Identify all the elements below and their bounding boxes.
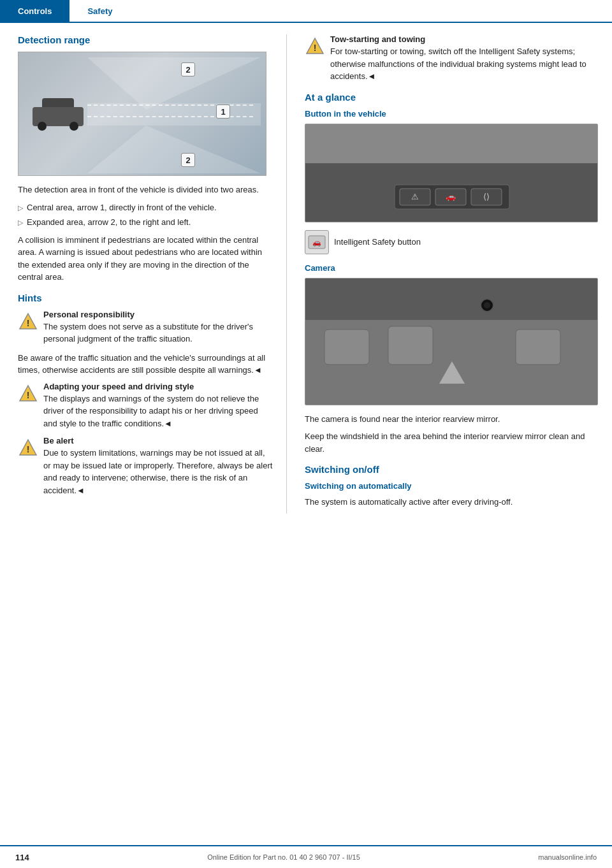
- tow-warning-content: Tow-starting and towing For tow-starting…: [330, 34, 599, 83]
- svg-text:🚗: 🚗: [312, 238, 321, 247]
- camera-para-2: Keep the windshield in the area behind t…: [305, 430, 599, 455]
- bottom-bar: 114 Online Edition for Part no. 01 40 2 …: [0, 845, 612, 868]
- switching-auto-title: Switching on automatically: [305, 481, 599, 491]
- warning-triangle-svg-1: !: [18, 312, 38, 330]
- safety-button-svg: 🚗: [308, 235, 326, 249]
- svg-text:⚠: ⚠: [411, 192, 419, 201]
- hint-be-alert: ! Be alert Due to system limitations, wa…: [18, 436, 273, 496]
- car-wheel-right: [69, 122, 78, 131]
- switching-title: Switching on/off: [305, 464, 599, 475]
- svg-rect-12: [305, 124, 597, 163]
- top-navigation: Controls Safety: [0, 0, 612, 23]
- svg-rect-26: [516, 329, 560, 365]
- hint-personal-responsibility: ! Personal responsibility The system doe…: [18, 310, 273, 345]
- warning-triangle-1: !: [18, 311, 38, 331]
- intelligent-safety-icon: 🚗: [305, 230, 329, 254]
- hints-title: Hints: [18, 293, 273, 303]
- left-column: Detection range: [0, 34, 287, 514]
- warning-triangle-svg-2: !: [18, 384, 38, 402]
- camera-image: [305, 278, 598, 405]
- hint-2-text: The displays and warnings of the system …: [43, 393, 273, 430]
- svg-text:!: !: [27, 444, 30, 454]
- hint-3-content: Be alert Due to system limitations, warn…: [43, 436, 273, 496]
- detection-range-image: 1 2 2: [18, 52, 266, 176]
- svg-text:!: !: [27, 390, 30, 400]
- tow-warning-icon: !: [305, 36, 325, 56]
- panel-svg: ⚠ 🚗 ⟨⟩: [305, 124, 597, 222]
- svg-rect-27: [305, 278, 597, 320]
- tow-title: Tow-starting and towing: [330, 34, 599, 44]
- warning-icon-3: !: [18, 437, 38, 458]
- bullet-arrow-2: ▷: [18, 217, 23, 228]
- para-detection-intro: The detection area in front of the vehic…: [18, 184, 273, 196]
- tow-warning-block: ! Tow-starting and towing For tow-starti…: [305, 34, 599, 83]
- badge-1: 1: [216, 105, 230, 119]
- car-wheel-left: [38, 122, 47, 131]
- hint-1-extra: Be aware of the traffic situation and th…: [18, 352, 273, 377]
- tab-safety[interactable]: Safety: [69, 0, 130, 22]
- at-a-glance-section: At a glance Button in the vehicle ⚠: [305, 92, 599, 509]
- button-in-vehicle-title: Button in the vehicle: [305, 109, 599, 119]
- camera-section-title: Camera: [305, 263, 599, 273]
- page-number: 114: [15, 853, 29, 862]
- svg-marker-1: [87, 103, 261, 126]
- hint-1-title: Personal responsibility: [43, 310, 273, 319]
- hint-3-title: Be alert: [43, 436, 273, 445]
- svg-text:!: !: [314, 43, 317, 53]
- svg-text:⟨⟩: ⟨⟩: [483, 192, 490, 201]
- hint-1-content: Personal responsibility The system does …: [43, 310, 273, 345]
- badge-2-bottom: 2: [181, 153, 195, 167]
- detection-range-title: Detection range: [18, 34, 273, 45]
- svg-rect-24: [324, 329, 369, 365]
- para-collision: A collision is imminent if pedestrians a…: [18, 234, 273, 284]
- camera-svg: [305, 278, 597, 405]
- tow-warning-svg: !: [305, 37, 324, 55]
- warning-icon-1: !: [18, 311, 38, 331]
- hint-2-title: Adapting your speed and driving style: [43, 382, 273, 391]
- switching-auto-para: The system is automatically active after…: [305, 496, 599, 509]
- detection-image-inner: 1 2 2: [18, 52, 266, 175]
- svg-marker-0: [87, 57, 261, 110]
- tow-warning-triangle: !: [305, 36, 325, 56]
- warning-triangle-svg-3: !: [18, 438, 38, 456]
- car-shape: [33, 98, 84, 126]
- car-body: [33, 107, 84, 126]
- warning-icon-2: !: [18, 383, 38, 403]
- right-column: ! Tow-starting and towing For tow-starti…: [287, 34, 612, 514]
- bullet-arrow-1: ▷: [18, 203, 23, 213]
- intelligent-safety-row: 🚗 Intelligent Safety button: [305, 230, 599, 254]
- bullet-text-1: Central area, arrow 1, directly in front…: [27, 201, 217, 214]
- footer-online-text: Online Edition for Part no. 01 40 2 960 …: [207, 853, 360, 861]
- badge-2-top: 2: [181, 62, 195, 76]
- svg-text:!: !: [27, 318, 30, 328]
- hint-2-content: Adapting your speed and driving style Th…: [43, 382, 273, 430]
- hint-1-text: The system does not serve as a substitut…: [43, 321, 273, 345]
- hints-section: Hints ! Personal responsibility The syst…: [18, 293, 273, 497]
- vehicle-panel-image: ⚠ 🚗 ⟨⟩: [305, 124, 598, 222]
- bullet-item-1: ▷ Central area, arrow 1, directly in fro…: [18, 201, 273, 214]
- bullet-list: ▷ Central area, arrow 1, directly in fro…: [18, 201, 273, 229]
- tab-controls[interactable]: Controls: [0, 0, 69, 22]
- footer-site: manualsonline.info: [538, 853, 597, 861]
- warning-triangle-2: !: [18, 383, 38, 403]
- camera-para-1: The camera is found near the interior re…: [305, 413, 599, 426]
- bullet-text-2: Expanded area, arrow 2, to the right and…: [27, 216, 191, 229]
- svg-point-29: [484, 302, 490, 308]
- svg-text:🚗: 🚗: [446, 191, 456, 202]
- at-a-glance-title: At a glance: [305, 92, 599, 103]
- warning-triangle-3: !: [18, 437, 38, 458]
- intelligent-safety-label: Intelligent Safety button: [334, 237, 421, 247]
- hint-3-text: Due to system limitations, warnings may …: [43, 447, 273, 496]
- bullet-item-2: ▷ Expanded area, arrow 2, to the right a…: [18, 216, 273, 229]
- svg-marker-2: [87, 126, 261, 173]
- svg-rect-25: [388, 326, 433, 365]
- tow-text: For tow-starting or towing, switch off t…: [330, 45, 599, 83]
- hint-adapting-speed: ! Adapting your speed and driving style …: [18, 382, 273, 430]
- content-area: Detection range: [0, 23, 612, 525]
